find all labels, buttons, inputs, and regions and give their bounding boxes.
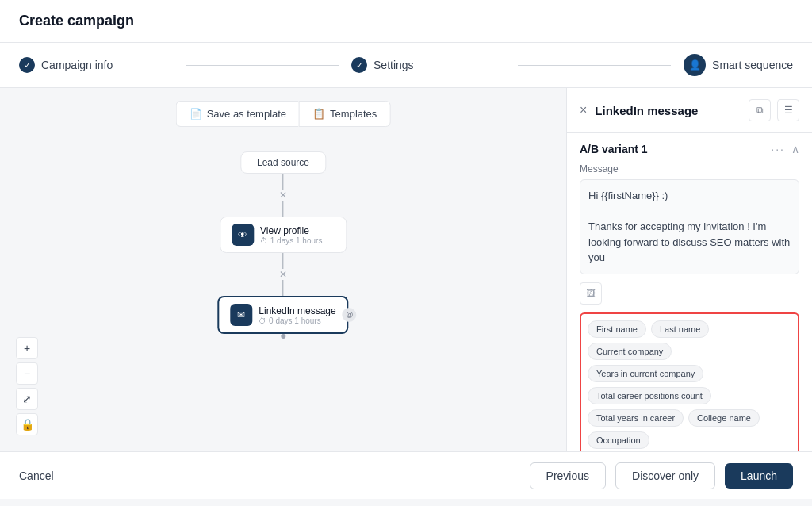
image-upload-button[interactable]: 🖼 [580,282,602,305]
tag-total-career-positions[interactable]: Total career positions count [588,387,711,404]
step-label-settings: Settings [373,59,414,71]
ab-variant-menu[interactable]: ··· [771,143,785,155]
ab-variant-collapse[interactable]: ∧ [791,143,799,155]
canvas-toolbar: 📄 Save as template 📋 Templates [176,101,391,127]
panel-title: LinkedIn message [595,104,698,117]
zoom-controls: + − ⤢ 🔒 [16,337,38,435]
tag-total-years-career[interactable]: Total years in career [588,409,684,427]
footer: Cancel Previous Discover only Launch [0,451,812,499]
save-icon: 📄 [190,108,202,120]
node-linkedin-message[interactable]: ✉ LinkedIn message ⏱ 0 days 1 hours [217,296,348,334]
save-as-template-button[interactable]: 📄 Save as template [176,101,299,127]
view-profile-icon: 👁 [232,224,254,246]
main-area: 📄 Save as template 📋 Templates Lead sour… [0,88,812,451]
node-view-profile[interactable]: 👁 View profile ⏱ 1 days 1 hours [220,217,347,253]
steps-bar: ✓ Campaign info ✓ Settings 👤 Smart seque… [0,43,812,88]
step-divider-2 [518,65,672,66]
node-lead-source[interactable]: Lead source [240,151,326,174]
panel-settings-button[interactable]: ☰ [777,99,799,121]
step-settings[interactable]: ✓ Settings [351,57,505,73]
step-check-campaign-info: ✓ [19,57,35,73]
step-avatar-smart-sequence: 👤 [684,54,706,76]
connector-1 [283,174,284,190]
tags-container: First name Last name Current company Yea… [580,312,799,452]
tag-last-name[interactable]: Last name [651,320,709,338]
cancel-button[interactable]: Cancel [19,470,54,482]
message-box[interactable]: Hi {{firstName}} :) Thanks for accepting… [580,179,799,274]
discover-only-button[interactable]: Discover only [615,462,715,489]
zoom-fit-button[interactable]: ⤢ [16,388,38,410]
message-label: Message [580,163,799,174]
step-divider-1 [186,65,339,66]
message-text: Hi {{firstName}} :) Thanks for accepting… [588,188,791,266]
linkedin-icon: ✉ [230,304,252,326]
right-panel: × LinkedIn message ⧉ ☰ A/B variant 1 ···… [566,88,812,451]
tag-first-name[interactable]: First name [588,320,646,338]
page-header: Create campaign [0,0,812,43]
canvas-area: 📄 Save as template 📋 Templates Lead sour… [0,88,566,451]
connector-4 [283,280,284,296]
tag-current-company[interactable]: Current company [588,343,672,360]
cross-2[interactable]: ✕ [279,269,287,280]
step-smart-sequence[interactable]: 👤 Smart sequence [684,54,793,76]
step-label-campaign-info: Campaign info [41,59,113,71]
zoom-in-button[interactable]: + [16,337,38,359]
tag-college-name[interactable]: College name [688,409,760,427]
step-campaign-info[interactable]: ✓ Campaign info [19,57,173,73]
node-linkedin-wrapper: ✉ LinkedIn message ⏱ 0 days 1 hours @ [217,296,348,334]
launch-button[interactable]: Launch [725,463,793,489]
connector-dot-end [281,334,285,339]
previous-button[interactable]: Previous [530,462,606,489]
templates-button[interactable]: 📋 Templates [299,101,390,127]
step-label-smart-sequence: Smart sequence [712,59,793,71]
flow-area: Lead source ✕ 👁 View profile ⏱ 1 days 1 … [217,151,348,339]
cross-1[interactable]: ✕ [279,190,287,201]
connector-2 [283,201,284,217]
ab-variant-section: A/B variant 1 ··· ∧ Message Hi {{firstNa… [567,133,812,451]
panel-header: × LinkedIn message ⧉ ☰ [567,88,812,133]
tag-years-current-company[interactable]: Years in current company [588,365,703,382]
connector-3 [283,253,284,269]
panel-copy-button[interactable]: ⧉ [749,99,771,121]
step-check-settings: ✓ [351,57,367,73]
zoom-lock-button[interactable]: 🔒 [16,413,38,435]
zoom-out-button[interactable]: − [16,362,38,385]
panel-close-button[interactable]: × [580,103,587,117]
template-icon: 📋 [312,108,325,120]
page-title: Create campaign [19,13,793,29]
ab-variant-title: A/B variant 1 [580,143,648,155]
tag-occupation[interactable]: Occupation [588,431,649,449]
linkedin-badge: @ [343,308,357,322]
